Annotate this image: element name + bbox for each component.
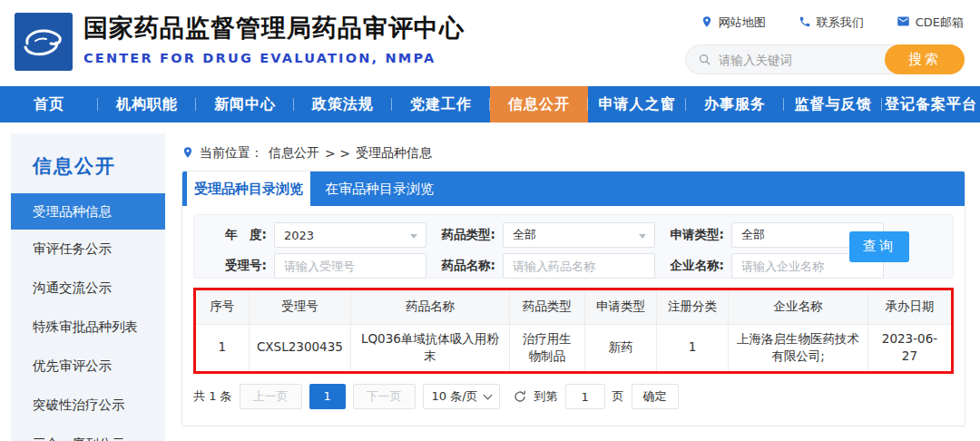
cell-reg-class: 1: [656, 324, 728, 371]
cde-logo: [15, 13, 73, 71]
col-header-accept-no: 受理号: [249, 290, 350, 324]
accept-no-filter-group: 受理号:: [207, 253, 436, 279]
cde-mail-link-label: CDE邮箱: [916, 15, 964, 31]
col-header-apply-type: 申请类型: [584, 290, 656, 324]
filter-panel: 年 度: 2023 药品类型: 全部: [193, 214, 954, 279]
refresh-icon[interactable]: [513, 389, 527, 404]
drug-type-select-value: 全部: [513, 227, 536, 243]
drug-name-input[interactable]: [513, 260, 645, 273]
sidebar-item-three-in-one[interactable]: 三合一序列公示: [11, 425, 165, 441]
query-button[interactable]: 查询: [849, 231, 909, 262]
sidebar-item-accepted-varieties[interactable]: 受理品种信息: [11, 193, 165, 230]
sidebar-item-communication[interactable]: 沟通交流公示: [11, 269, 165, 308]
cell-drug-type: 治疗用生物制品: [509, 324, 584, 371]
cde-mail-link[interactable]: CDE邮箱: [897, 15, 964, 31]
breadcrumb-prefix: 当前位置：: [200, 145, 263, 162]
current-page-button[interactable]: 1: [309, 384, 346, 409]
year-filter-group: 年 度: 2023: [207, 222, 436, 248]
goto-suffix-label: 页: [612, 388, 624, 405]
sidebar-item-breakthrough-therapy[interactable]: 突破性治疗公示: [11, 386, 165, 425]
sidebar-item-special-approval[interactable]: 特殊审批品种列表: [11, 308, 165, 347]
nav-item-functions[interactable]: 机构职能: [98, 86, 196, 122]
filter-row-2: 受理号: 药品名称:: [207, 253, 940, 279]
results-table: 序号 受理号 药品名称 药品类型 申请类型 注册分类 企业名称 承办日期 1: [196, 290, 951, 371]
pagination: 共 1 条 上一页 1 下一页 10 条/页 到第 页: [193, 384, 954, 409]
accept-no-label: 受理号:: [207, 258, 267, 274]
content-card: 受理品种目录浏览 在审品种目录浏览 年 度: 2023: [181, 171, 965, 426]
chevron-down-icon: [410, 234, 417, 239]
goto-page-input[interactable]: [565, 384, 605, 409]
site-search: 搜索: [685, 44, 965, 74]
drug-name-label: 药品名称:: [436, 258, 495, 274]
prev-page-button[interactable]: 上一页: [240, 384, 302, 409]
cell-company: 上海洛启生物医药技术有限公司;: [729, 324, 868, 371]
breadcrumb-current[interactable]: 受理品种信息: [356, 145, 432, 162]
drug-name-filter-group: 药品名称:: [436, 253, 664, 279]
chevron-down-icon: [483, 390, 492, 399]
col-header-drug-type: 药品类型: [509, 290, 584, 324]
year-select-value: 2023: [284, 229, 314, 242]
sidebar-item-review-tasks[interactable]: 审评任务公示: [11, 230, 165, 269]
breadcrumb: 当前位置： 信息公开 > > 受理品种信息: [181, 144, 965, 162]
page: 国家药品监督管理局药品审评中心 CENTER FOR DRUG EVALUATI…: [0, 0, 980, 441]
sidebar-title: 信息公开: [11, 133, 165, 179]
drug-type-select[interactable]: 全部: [503, 222, 655, 248]
nav-item-applicant-window[interactable]: 申请人之窗: [588, 86, 686, 122]
year-select[interactable]: 2023: [274, 222, 426, 248]
filter-row-1: 年 度: 2023 药品类型: 全部: [207, 222, 940, 248]
search-input[interactable]: [719, 45, 873, 74]
accept-no-field-wrap: [274, 253, 426, 279]
contact-link[interactable]: 联系我们: [799, 15, 864, 31]
nav-item-supervision[interactable]: 监督与反馈: [784, 86, 882, 122]
pagination-total: 共 1 条: [193, 388, 232, 405]
page-body: 信息公开 受理品种信息 审评任务公示 沟通交流公示 特殊审批品种列表 优先审评公…: [0, 122, 980, 441]
search-icon: [698, 53, 711, 70]
tab-under-review-catalog[interactable]: 在审品种目录浏览: [310, 172, 448, 206]
breadcrumb-section-link[interactable]: 信息公开: [269, 145, 319, 162]
main-nav: 首页 机构职能 新闻中心 政策法规 党建工作 信息公开 申请人之窗 办事服务 监…: [0, 86, 980, 122]
drug-name-field-wrap: [503, 253, 655, 279]
cell-apply-type: 新药: [584, 324, 656, 371]
nav-item-home[interactable]: 首页: [0, 86, 98, 122]
site-title: 国家药品监督管理局药品审评中心: [83, 12, 465, 44]
nav-item-news[interactable]: 新闻中心: [196, 86, 294, 122]
content: 当前位置： 信息公开 > > 受理品种信息 受理品种目录浏览 在审品种目录浏览 …: [181, 122, 965, 426]
page-size-select[interactable]: 10 条/页: [423, 384, 500, 409]
nav-item-policy[interactable]: 政策法规: [294, 86, 392, 122]
nav-item-registration-platform[interactable]: 登记备案平台: [882, 86, 980, 122]
contact-link-label: 联系我们: [817, 15, 864, 31]
apply-type-label: 申请类型:: [664, 227, 724, 243]
card-body: 年 度: 2023 药品类型: 全部: [182, 206, 965, 409]
table-header-row: 序号 受理号 药品名称 药品类型 申请类型 注册分类 企业名称 承办日期: [196, 290, 951, 324]
sidebar-item-priority-review[interactable]: 优先审评公示: [11, 347, 165, 386]
accept-no-input[interactable]: [284, 260, 416, 273]
drug-type-filter-group: 药品类型: 全部: [436, 222, 664, 248]
sidebar: 信息公开 受理品种信息 审评任务公示 沟通交流公示 特殊审批品种列表 优先审评公…: [11, 133, 165, 441]
search-button[interactable]: 搜索: [885, 44, 965, 74]
sitemap-link[interactable]: 网站地图: [701, 15, 766, 31]
phone-icon: [799, 15, 811, 31]
confirm-page-button[interactable]: 确定: [632, 384, 679, 409]
tab-accepted-catalog[interactable]: 受理品种目录浏览: [187, 172, 310, 206]
nav-item-party[interactable]: 党建工作: [392, 86, 490, 122]
col-header-company: 企业名称: [729, 290, 868, 324]
location-pin-icon: [701, 15, 713, 31]
nav-item-info-disclosure[interactable]: 信息公开: [490, 86, 588, 122]
cell-index: 1: [196, 324, 249, 371]
apply-type-select-value: 全部: [741, 227, 765, 243]
goto-prefix-label: 到第: [534, 388, 558, 405]
highlight-box: 序号 受理号 药品名称 药品类型 申请类型 注册分类 企业名称 承办日期 1: [193, 288, 954, 374]
breadcrumb-separator: > >: [325, 146, 350, 161]
cell-accept-no: CXSL2300435: [249, 324, 350, 371]
header: 国家药品监督管理局药品审评中心 CENTER FOR DRUG EVALUATI…: [0, 0, 980, 86]
header-quick-links: 网站地图 联系我们 CDE邮箱: [701, 15, 964, 31]
next-page-button[interactable]: 下一页: [353, 384, 416, 409]
col-header-index: 序号: [196, 290, 249, 324]
tab-bar: 受理品种目录浏览 在审品种目录浏览: [182, 172, 965, 206]
nav-item-services[interactable]: 办事服务: [686, 86, 784, 122]
col-header-reg-class: 注册分类: [656, 290, 728, 324]
col-header-drug-name: 药品名称: [351, 290, 510, 324]
sitemap-link-label: 网站地图: [719, 15, 766, 31]
site-subtitle: CENTER FOR DRUG EVALUATION, NMPA: [83, 51, 465, 65]
mail-icon: [897, 15, 910, 31]
